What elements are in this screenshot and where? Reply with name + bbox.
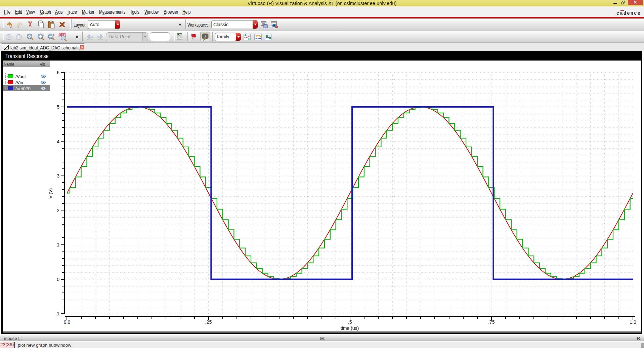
svg-text:.5: .5: [348, 319, 352, 325]
svg-text:.75: .75: [488, 319, 495, 325]
svg-text:2: 2: [57, 208, 59, 213]
svg-text:1.0: 1.0: [630, 319, 636, 325]
svg-text:3: 3: [57, 173, 59, 179]
svg-text:-1: -1: [55, 311, 60, 316]
svg-text:5: 5: [57, 104, 59, 110]
svg-text:4: 4: [57, 139, 59, 144]
svg-text:6: 6: [57, 70, 59, 75]
svg-text:0.0: 0.0: [64, 319, 71, 325]
svg-text:0: 0: [57, 277, 59, 282]
svg-text:V (V): V (V): [48, 188, 53, 199]
svg-text:.25: .25: [205, 319, 212, 325]
svg-text:1: 1: [57, 242, 59, 247]
svg-text:time (us): time (us): [341, 325, 359, 331]
